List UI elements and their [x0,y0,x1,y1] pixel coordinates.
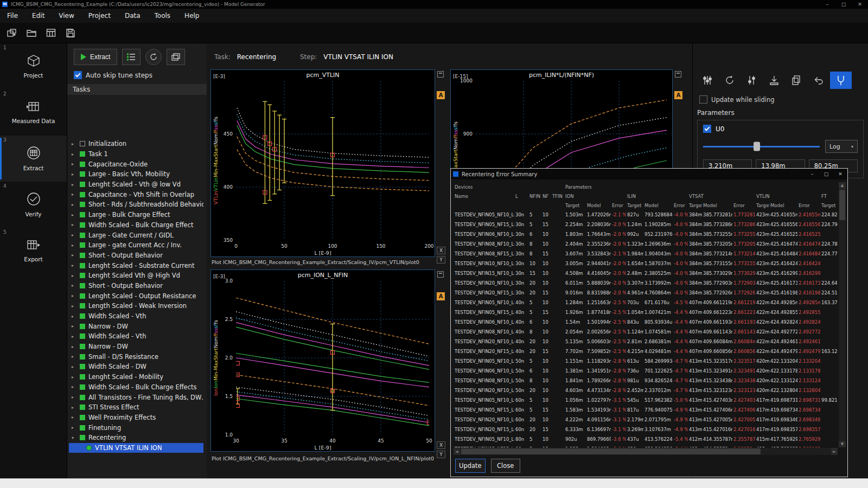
maximize-button[interactable]: □ [835,0,852,9]
update-button[interactable]: Update [455,459,486,473]
menu-item-data[interactable]: Data [118,12,148,20]
task-row[interactable]: ▸All Transistors - Fine Tuning Rds, DW… [69,392,203,402]
task-row[interactable]: ▸Width Scaled - Bulk Charge Effects [69,382,203,393]
horizontal-scrollbar[interactable]: ◄ ► [454,448,838,455]
scrollbar-thumb[interactable] [461,448,761,454]
task-row[interactable]: ▸Large - Basic Vth, Mobility [69,169,203,179]
table-row[interactable]: TESTDEV_NFIN20_NF10_L0p0550n20104.603m4.… [454,386,838,395]
dialog-maximize-button[interactable]: □ [819,169,833,179]
task-step-row[interactable]: VTLIN VTSAT ILIN ION [69,443,203,453]
chevron-right-icon[interactable]: ▸ [72,314,76,319]
sub-column-header[interactable]: Target [688,201,702,210]
sub-column-header[interactable]: Model [702,201,732,210]
sub-column-header[interactable]: Error [797,201,820,210]
plot-canvas[interactable]: [E-3] 450400350050100150200 [236,81,429,240]
error-summary-table[interactable]: DevicesParametersNameLNFINNFTFINIONILINV… [454,182,838,447]
table-row[interactable]: TESTDEV_NFIN05_NF10_L0p0880n510902u869.7… [454,434,838,444]
chevron-right-icon[interactable]: ▸ [72,172,76,177]
table-row[interactable]: TESTDEV_NFIN05_NF15_L0p0330n5152.254m2.2… [454,220,838,229]
chevron-right-icon[interactable]: ▸ [72,182,76,187]
chevron-right-icon[interactable]: ▸ [72,354,76,359]
sub-column-header[interactable]: Target [626,201,643,210]
autoscale-button[interactable]: A [437,292,445,300]
save-icon[interactable] [64,27,77,40]
table-row[interactable]: TESTDEV_NFIN06_NF10_L0p0550n6101.381m1.3… [454,366,838,376]
task-list-icon[interactable] [122,49,141,65]
task-row[interactable]: ▸Lenght Scaled - Mobility [69,372,203,382]
chevron-right-icon[interactable]: ▸ [72,202,76,207]
chevron-right-icon[interactable]: ▸ [72,233,76,237]
chevron-down-icon[interactable]: ▾ [72,435,76,440]
sub-column-header[interactable]: Error [732,201,755,210]
u0-checkbox[interactable] [703,125,711,133]
table-row[interactable]: TESTDEV_NFIN20_NF10_L0p0330n20106.011m5.… [454,278,838,288]
chevron-right-icon[interactable]: ▸ [72,415,76,420]
plot-pcm-vtlin[interactable]: pcm_VTLIN VTLin VTLin Min-Max Start Nom … [210,69,435,257]
u0-slider[interactable] [703,146,820,147]
table-row[interactable]: TESTDEV_NFIN05_NF15_L0p0880n5151.353m1.3… [454,444,838,447]
sub-column-header[interactable]: Target [820,201,838,210]
sub-column-header[interactable]: Error [673,201,688,210]
update-while-sliding-checkbox[interactable] [699,95,707,104]
chevron-right-icon[interactable]: ▸ [72,213,76,217]
chevron-right-icon[interactable]: ▸ [72,344,76,349]
column-header[interactable]: Name [454,191,514,201]
chevron-right-icon[interactable]: ▸ [72,384,76,389]
table-row[interactable]: TESTDEV_NFIN15_NF10_L0p0330n15104.508m4.… [454,268,838,278]
task-row[interactable]: ▸Narrow - DW [69,321,203,331]
table-row[interactable]: TESTDEV_NFIN05_NF10_L0p0330n5101.503m1.4… [454,210,838,220]
close-button[interactable]: ✕ [852,0,868,9]
task-row[interactable]: ▸Well Proximity Effects [69,413,203,423]
sub-column-header[interactable]: Model [643,201,673,210]
task-row[interactable]: ▸Width Scaled - Bulk Charge Effect [69,220,203,230]
chevron-right-icon[interactable]: ▸ [72,405,76,410]
task-row[interactable]: ▸Short - Output Behavior [69,281,203,291]
chevron-right-icon[interactable]: ▸ [72,263,76,268]
task-row[interactable]: ▸Large - Bulk Charge Effect [69,210,203,220]
table-row[interactable]: TESTDEV_NFIN20_NF15_L0p0660n20156.333m6.… [454,425,838,434]
sidebar-item-extract[interactable]: 3 Extract [0,136,67,182]
vertical-scrollbar[interactable]: ▲ ▼ [839,182,846,447]
table-row[interactable]: TESTDEV_NFIN08_NF10_L0p0440n8102.054m2.0… [454,327,838,337]
task-row[interactable]: ▸Lenght Scaled - Substrate Current [69,260,203,271]
tune-icon[interactable] [741,72,763,89]
table-row[interactable]: TESTDEV_NFIN06_NF10_L0p0330n6101.803m1.7… [454,229,838,239]
chevron-right-icon[interactable]: ▸ [72,152,76,157]
chevron-right-icon[interactable]: ▸ [72,253,76,258]
task-row[interactable]: ▸Initialization [69,139,203,149]
chevron-right-icon[interactable]: ▸ [72,395,76,400]
task-row[interactable]: ▸Short - Rds / Subthreadshold Behavior [69,200,203,210]
task-row[interactable]: ▸Lenght Scaled - Output Resistance [69,291,203,301]
scrollbar-thumb[interactable] [839,190,845,220]
sidebar-item-measured-data[interactable]: 2 Measured Data [0,89,67,136]
scroll-left-icon[interactable]: ◄ [454,448,460,455]
table-row[interactable]: TESTDEV_NFIN08_NF10_L0p0330n8102.404m2.3… [454,239,838,249]
table-row[interactable]: TESTDEV_NFIN05_NF15_L0p0440n5151.926m1.8… [454,307,838,317]
menu-item-file[interactable]: File [0,12,25,20]
reset-params-icon[interactable] [719,72,741,89]
close-button[interactable]: Close [491,459,520,473]
column-header[interactable]: L [514,191,528,201]
chevron-right-icon[interactable]: ▸ [72,142,76,146]
plot-canvas[interactable]: [E-3] 3.02.52.01.51.03035404550 [236,281,429,435]
copy-params-icon[interactable] [786,72,807,89]
task-row[interactable]: ▸Short - Output Behavior [69,251,203,261]
sub-column-header[interactable]: Model [586,201,611,210]
sidebar-item-project[interactable]: 1 Project [0,43,67,89]
menu-item-help[interactable]: Help [177,12,206,20]
column-header[interactable]: NF [541,191,551,201]
task-row[interactable]: ▸Length Scaled - Weak Inversion [69,301,203,311]
table-row[interactable]: TESTDEV_NFIN06_NF10_L0p0440n6101.54m1.50… [454,317,838,327]
chevron-right-icon[interactable]: ▸ [72,364,76,369]
menu-item-edit[interactable]: Edit [25,12,52,20]
sidebar-item-export[interactable]: 5 Export [0,228,67,274]
minimize-button[interactable]: – [819,0,835,9]
task-row[interactable]: ▸Capacitance - Vth Shift in Overlap [69,189,203,200]
x-axis-button[interactable]: X [437,247,445,254]
x-axis-button[interactable]: X [437,441,445,449]
scroll-down-icon[interactable]: ▼ [839,441,846,447]
maximize-plot-icon[interactable] [675,71,681,78]
cascade-windows-icon[interactable] [167,49,185,65]
task-row[interactable]: ▸Large - Gate Current / GIDL [69,230,203,240]
chevron-right-icon[interactable]: ▸ [72,324,76,329]
